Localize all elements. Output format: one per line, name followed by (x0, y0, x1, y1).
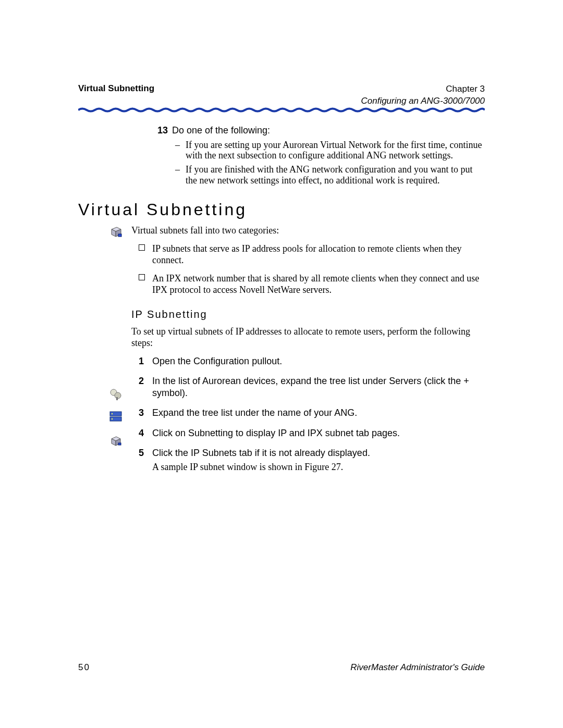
dash-list: If you are setting up your Aurorean Virt… (172, 140, 485, 186)
svg-rect-14 (118, 443, 121, 445)
step-number: 3 (139, 407, 144, 419)
step-item: 2 In the list of Aurorean devices, expan… (131, 375, 485, 399)
config-pullout-icon (108, 387, 123, 402)
header-subtitle: Configuring an ANG-3000/7000 (361, 95, 485, 107)
checkbox-icon (139, 244, 145, 251)
servers-icon (108, 409, 123, 424)
heading-ip-subnetting: IP Subnetting (131, 309, 485, 320)
continued-step-13: 13 Do one of the following: If you are s… (78, 125, 485, 186)
dash-item: If you are setting up your Aurorean Virt… (172, 140, 485, 161)
step-item: 1 Open the Configuration pullout. (131, 355, 485, 367)
step-item: 3 Expand the tree list under the name of… (131, 407, 485, 419)
checkbox-item: An IPX network number that is shared by … (131, 273, 485, 296)
step-text: Open the Configuration pullout. (152, 356, 282, 366)
step-number: 4 (139, 427, 144, 439)
header-chapter: Chapter 3 (361, 83, 485, 95)
wave-separator-icon (78, 107, 485, 113)
step-item: 5 Click the IP Subnets tab if it is not … (131, 447, 485, 473)
step-number: 1 (139, 355, 144, 367)
step-text: Click on Subnetting to display IP and IP… (152, 428, 400, 438)
page-content: 13 Do one of the following: If you are s… (78, 125, 485, 481)
step-item: 4 Click on Subnetting to display IP and … (131, 427, 485, 439)
checkbox-text: IP subnets that serve as IP address pool… (152, 243, 462, 266)
step-number: 2 (139, 375, 144, 387)
footer-guide-title: RiverMaster Administrator's Guide (350, 662, 485, 673)
heading-virtual-subnetting: Virtual Subnetting (78, 200, 485, 219)
step-lead: Do one of the following: (172, 125, 485, 137)
dash-item: If you are finished with the ANG network… (172, 164, 485, 186)
svg-rect-6 (116, 397, 118, 400)
h2-intro: To set up virtual subnets of IP addresse… (131, 326, 485, 349)
numbered-steps: 1 Open the Configuration pullout. 2 In t… (131, 355, 485, 473)
checkbox-item: IP subnets that serve as IP address pool… (131, 243, 485, 266)
checkbox-text: An IPX network number that is shared by … (152, 273, 479, 295)
page-number: 50 (78, 662, 90, 673)
step-number: 13 (155, 125, 168, 137)
step-text: Expand the tree list under the name of y… (152, 408, 357, 418)
svg-rect-3 (118, 234, 121, 237)
cube-icon (108, 225, 123, 239)
step-number: 5 (139, 447, 144, 459)
step-followup: A sample IP subnet window is shown in Fi… (152, 461, 485, 473)
document-page: Virtual Subnetting Chapter 3 Configuring… (0, 0, 563, 728)
step-text: In the list of Aurorean devices, expand … (152, 376, 469, 398)
checkbox-icon (139, 274, 145, 280)
svg-point-10 (112, 418, 113, 419)
intro-paragraph: Virtual subnets fall into two categories… (131, 225, 485, 237)
cube-small-icon (108, 434, 123, 449)
svg-point-9 (112, 413, 113, 414)
checkbox-list: IP subnets that serve as IP address pool… (131, 243, 485, 296)
section-body: Virtual subnets fall into two categories… (78, 225, 485, 473)
header-right: Chapter 3 Configuring an ANG-3000/7000 (361, 83, 485, 107)
step-text: Click the IP Subnets tab if it is not al… (152, 448, 370, 458)
header-section-title: Virtual Subnetting (78, 83, 154, 94)
